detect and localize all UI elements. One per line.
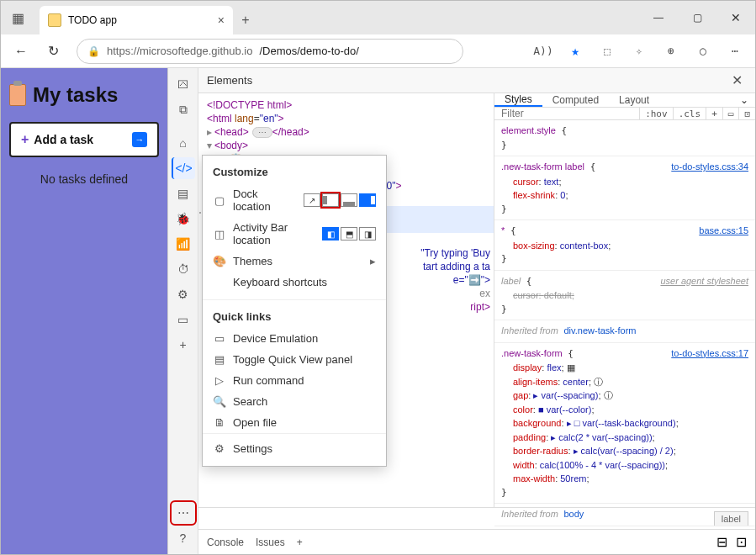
favorites-bar-button[interactable]: ✧	[626, 38, 653, 65]
customize-button[interactable]: ⋯	[172, 502, 195, 524]
device-icon: ▭	[213, 332, 226, 345]
lock-icon: 🔒	[87, 45, 100, 57]
actbar-top-button[interactable]: ⬒	[341, 227, 357, 240]
back-button[interactable]: ←	[8, 38, 34, 65]
hov-button[interactable]: :hov	[639, 108, 673, 119]
collections-button[interactable]: ⊕	[658, 38, 685, 65]
cls-button[interactable]: .cls	[673, 108, 706, 119]
plus-icon: +	[21, 132, 29, 147]
devtools-close-button[interactable]: ✕	[727, 71, 747, 91]
more-tools-icon[interactable]: +	[172, 334, 195, 356]
gear-icon: ⚙	[213, 442, 226, 455]
sources-icon[interactable]: 🐞	[172, 208, 195, 230]
tab-computed[interactable]: Computed	[542, 93, 609, 107]
chevron-right-icon: ▸	[370, 255, 376, 267]
submit-arrow-icon[interactable]: →	[132, 132, 147, 147]
search-row[interactable]: 🔍 Search	[203, 391, 386, 412]
drawer-tab-issues[interactable]: Issues	[256, 536, 285, 548]
panel-header: Elements ✕	[198, 68, 755, 93]
memory-icon[interactable]: ⚙	[172, 283, 195, 305]
themes-row[interactable]: 🎨 Themes ▸	[203, 251, 386, 272]
settings-row[interactable]: ⚙ Settings	[203, 438, 386, 459]
tab-layout[interactable]: Layout	[609, 93, 659, 107]
menu-button[interactable]: ⋯	[722, 38, 748, 65]
chevron-down-icon[interactable]: ⌄	[733, 94, 755, 106]
read-aloud-button[interactable]: A))	[530, 38, 557, 65]
window-minimize-button[interactable]: —	[639, 1, 678, 34]
file-icon: 🗎	[213, 416, 226, 429]
activity-bar-location-row[interactable]: ◫ Activity Bar location ◧ ⬒ ◨	[203, 217, 386, 251]
actbar-right-button[interactable]: ◨	[359, 227, 376, 240]
window-close-button[interactable]: ✕	[716, 1, 755, 34]
dock-right-button[interactable]	[359, 193, 376, 207]
window-titlebar: ▦ TODO app × + — ▢ ✕	[1, 1, 755, 34]
dock-undock-button[interactable]: ↗	[304, 193, 320, 207]
layout-icon: ◫	[213, 228, 226, 240]
welcome-icon[interactable]: ⌂	[172, 132, 195, 154]
drawer: Console Issues + ⊟ ⊡	[198, 529, 755, 554]
tab-actions-icon[interactable]: ▦	[1, 1, 34, 34]
new-tab-button[interactable]: +	[233, 6, 258, 34]
css-source-link[interactable]: base.css:15	[699, 224, 748, 238]
computed-toggle-icon[interactable]: ▭	[722, 108, 739, 119]
no-tasks-text: No tasks defined	[9, 172, 159, 186]
console-icon[interactable]: ▤	[172, 182, 195, 204]
elements-icon[interactable]: </>	[172, 157, 195, 179]
device-emulation-row[interactable]: ▭ Device Emulation	[203, 328, 386, 349]
tab-favicon-icon	[48, 13, 61, 27]
open-file-row[interactable]: 🗎 Open file	[203, 412, 386, 433]
favorite-button[interactable]: ★	[562, 38, 589, 65]
toggle-quickview-row[interactable]: ▤ Toggle Quick View panel	[203, 349, 386, 370]
drawer-expand-icon[interactable]: ⊡	[736, 534, 747, 550]
rendering-icon[interactable]: ⊡	[738, 108, 755, 119]
help-icon[interactable]: ?	[172, 527, 195, 549]
toolbar: ← ↻ 🔒 https://microsoftedge.github.io/De…	[1, 34, 755, 68]
dock-left-button[interactable]	[322, 193, 339, 207]
address-bar[interactable]: 🔒 https://microsoftedge.github.io/Demos/…	[77, 39, 463, 64]
add-task-button[interactable]: + Add a task →	[9, 122, 159, 157]
performance-icon[interactable]: ⏱	[172, 258, 195, 280]
drawer-add-tab[interactable]: +	[297, 536, 303, 548]
run-command-row[interactable]: ▷ Run command	[203, 370, 386, 391]
actbar-left-button[interactable]: ◧	[322, 227, 339, 240]
refresh-button[interactable]: ↻	[40, 38, 66, 65]
dom-tree[interactable]: <!DOCTYPE html> <html lang="en"> ▸<head>…	[198, 93, 494, 507]
extensions-button[interactable]: ⬚	[594, 38, 621, 65]
panel-icon: ▤	[213, 353, 226, 366]
devtools: ⮹ ⧉ ⌂ </> ▤ 🐞 📶 ⏱ ⚙ ▭ + ⋯ ? Elements ✕	[167, 68, 755, 554]
play-icon: ▷	[213, 374, 226, 387]
drawer-tab-console[interactable]: Console	[207, 536, 244, 548]
dock-location-row[interactable]: ▢ Dock location ↗	[203, 183, 386, 217]
clipboard-icon	[9, 84, 26, 106]
css-source-link[interactable]: to-do-styles.css:17	[671, 346, 748, 361]
window-maximize-button[interactable]: ▢	[678, 1, 716, 34]
customize-heading: Customize	[203, 162, 386, 183]
url-path: /Demos/demo-to-do/	[259, 45, 359, 57]
application-icon[interactable]: ▭	[172, 309, 195, 330]
tab-title: TODO app	[68, 14, 211, 26]
palette-icon: 🎨	[213, 255, 226, 267]
tab-close-icon[interactable]: ×	[218, 13, 225, 27]
css-source-link[interactable]: to-do-styles.css:34	[671, 160, 748, 174]
quick-links-heading: Quick links	[203, 307, 386, 328]
device-toggle-icon[interactable]: ⧉	[172, 98, 195, 120]
search-icon: 🔍	[213, 395, 226, 408]
inspect-icon[interactable]: ⮹	[172, 73, 195, 95]
activity-bar: ⮹ ⧉ ⌂ </> ▤ 🐞 📶 ⏱ ⚙ ▭ + ⋯ ?	[168, 68, 198, 554]
inherit-link[interactable]: body	[564, 509, 584, 519]
dock-bottom-button[interactable]	[341, 193, 357, 207]
styles-filter-input[interactable]	[494, 108, 639, 119]
add-task-label: Add a task	[34, 133, 93, 146]
dock-icon: ▢	[213, 194, 226, 207]
url-host: https://microsoftedge.github.io	[107, 45, 252, 57]
dom-line[interactable]: <!DOCTYPE html>	[207, 98, 494, 112]
drawer-icon[interactable]: ⊟	[716, 534, 727, 550]
keyboard-shortcuts-row[interactable]: Keyboard shortcuts	[203, 272, 386, 293]
panel-title: Elements	[207, 74, 252, 87]
inherit-link[interactable]: div.new-task-form	[564, 325, 637, 336]
browser-tab[interactable]: TODO app ×	[40, 6, 233, 34]
new-style-button[interactable]: +	[706, 108, 722, 119]
network-icon[interactable]: 📶	[172, 233, 195, 255]
tab-styles[interactable]: Styles	[494, 93, 542, 107]
profile-button[interactable]: ◯	[690, 38, 716, 65]
